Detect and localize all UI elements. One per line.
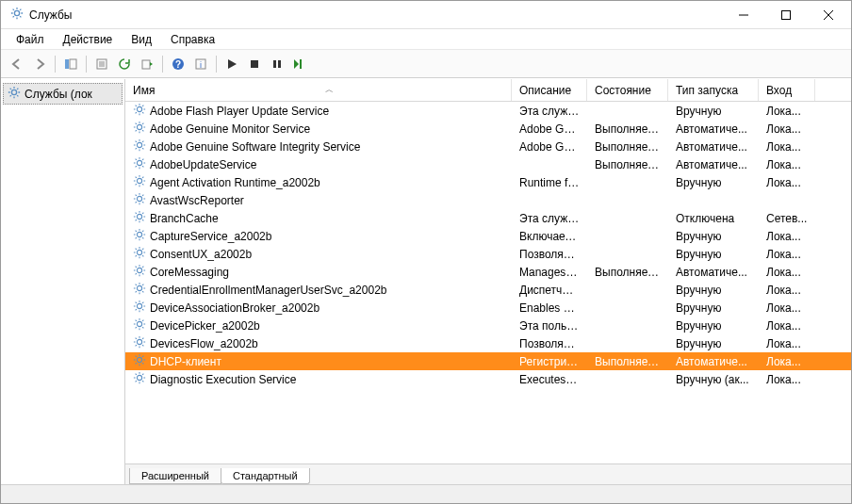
about-button[interactable]: i bbox=[190, 54, 211, 74]
restart-service-button[interactable] bbox=[289, 54, 310, 74]
gear-icon bbox=[133, 228, 146, 244]
service-logon: Лока... bbox=[759, 139, 815, 154]
service-description: Включает ... bbox=[512, 229, 587, 244]
service-startup: Автоматиче... bbox=[668, 157, 759, 172]
svg-point-24 bbox=[137, 160, 141, 165]
minimize-button[interactable] bbox=[722, 2, 764, 28]
svg-point-26 bbox=[137, 196, 141, 201]
properties-button[interactable] bbox=[91, 54, 112, 74]
forward-button[interactable] bbox=[29, 54, 50, 74]
refresh-button[interactable] bbox=[114, 54, 135, 74]
main-panel: Имя ︿ Описание Состояние Тип запуска Вхо… bbox=[125, 79, 851, 484]
svg-point-27 bbox=[137, 214, 141, 219]
service-row[interactable]: Diagnostic Execution ServiceExecutes di.… bbox=[125, 370, 851, 388]
service-row[interactable]: DevicesFlow_a2002bПозволяет...ВручнуюЛок… bbox=[125, 334, 851, 352]
service-row[interactable]: Agent Activation Runtime_a2002bRuntime f… bbox=[125, 173, 851, 191]
gear-icon bbox=[8, 86, 21, 102]
show-hide-tree-button[interactable] bbox=[60, 54, 81, 74]
svg-text:?: ? bbox=[175, 59, 181, 70]
service-startup: Автоматиче... bbox=[668, 265, 759, 280]
service-row[interactable]: AdobeUpdateServiceВыполняетсяАвтоматиче.… bbox=[125, 155, 851, 173]
service-startup: Вручную bbox=[668, 229, 759, 244]
gear-icon bbox=[133, 210, 146, 226]
service-state: Выполняется bbox=[587, 122, 668, 137]
menu-view[interactable]: Вид bbox=[123, 31, 159, 48]
back-button[interactable] bbox=[7, 54, 27, 74]
pause-service-button[interactable] bbox=[267, 54, 287, 74]
service-logon: Лока... bbox=[759, 283, 815, 298]
service-state bbox=[587, 307, 668, 309]
service-name: AvastWscReporter bbox=[150, 194, 244, 207]
service-startup: Вручную bbox=[668, 283, 759, 298]
service-description: Диспетчер... bbox=[512, 283, 587, 298]
tree-node-services-local[interactable]: Службы (лок bbox=[3, 83, 123, 105]
service-name: AdobeUpdateService bbox=[150, 158, 256, 171]
service-row[interactable]: AvastWscReporter bbox=[125, 191, 851, 209]
svg-point-22 bbox=[137, 124, 141, 129]
titlebar: Службы bbox=[1, 1, 851, 29]
service-row[interactable]: ConsentUX_a2002bПозволяет...ВручнуюЛока.… bbox=[125, 245, 851, 263]
service-state bbox=[587, 289, 668, 291]
export-button[interactable] bbox=[137, 54, 157, 74]
service-row[interactable]: DHCP-клиентРегистрир...ВыполняетсяАвтома… bbox=[125, 352, 851, 370]
stop-service-button[interactable] bbox=[244, 54, 265, 74]
app-icon bbox=[10, 7, 24, 23]
gear-icon bbox=[133, 192, 146, 208]
service-state: Выполняется bbox=[587, 265, 668, 280]
gear-icon bbox=[133, 103, 146, 119]
service-description: Adobe Gen... bbox=[512, 139, 587, 154]
tab-standard[interactable]: Стандартный bbox=[221, 468, 310, 484]
gear-icon bbox=[133, 156, 146, 172]
svg-point-23 bbox=[137, 142, 141, 147]
svg-rect-2 bbox=[781, 10, 790, 19]
close-button[interactable] bbox=[807, 2, 849, 28]
toolbar-separator bbox=[55, 56, 56, 73]
svg-rect-19 bbox=[300, 59, 302, 69]
service-name: DevicePicker_a2002b bbox=[150, 319, 260, 333]
svg-point-33 bbox=[137, 321, 141, 326]
service-row[interactable]: DeviceAssociationBroker_a2002bEnables ap… bbox=[125, 299, 851, 317]
service-state bbox=[587, 182, 668, 184]
start-service-button[interactable] bbox=[221, 54, 242, 74]
service-row[interactable]: CredentialEnrollmentManagerUserSvc_a2002… bbox=[125, 281, 851, 299]
service-startup: Вручную bbox=[668, 104, 759, 119]
service-row[interactable]: CoreMessagingManages c...ВыполняетсяАвто… bbox=[125, 263, 851, 281]
service-row[interactable]: CaptureService_a2002bВключает ...Вручную… bbox=[125, 227, 851, 245]
gear-icon bbox=[133, 246, 146, 262]
tab-extended[interactable]: Расширенный bbox=[129, 468, 221, 484]
svg-point-20 bbox=[11, 89, 16, 94]
svg-point-21 bbox=[137, 106, 141, 111]
gear-icon bbox=[133, 317, 146, 333]
column-header-startup[interactable]: Тип запуска bbox=[668, 79, 759, 101]
gear-icon bbox=[133, 282, 146, 298]
help-button[interactable]: ? bbox=[168, 54, 188, 74]
maximize-button[interactable] bbox=[764, 2, 807, 28]
svg-rect-11 bbox=[142, 60, 150, 69]
column-header-state[interactable]: Состояние bbox=[587, 79, 668, 101]
column-header-name[interactable]: Имя ︿ bbox=[125, 79, 512, 101]
service-logon: Сетев... bbox=[759, 211, 815, 226]
service-row[interactable]: DevicePicker_a2002bЭта польз...ВручнуюЛо… bbox=[125, 317, 851, 334]
svg-rect-5 bbox=[65, 59, 69, 69]
service-startup: Вручную bbox=[668, 301, 759, 316]
service-startup: Автоматиче... bbox=[668, 139, 759, 154]
menu-action[interactable]: Действие bbox=[56, 31, 121, 48]
toolbar-separator bbox=[162, 56, 163, 73]
column-header-logon[interactable]: Вход bbox=[759, 79, 815, 101]
column-header-description[interactable]: Описание bbox=[512, 79, 587, 101]
service-name: Adobe Genuine Software Integrity Service bbox=[150, 140, 360, 154]
menu-file[interactable]: Файл bbox=[8, 31, 52, 48]
service-row[interactable]: Adobe Genuine Monitor ServiceAdobe Gen..… bbox=[125, 120, 851, 138]
service-description bbox=[512, 164, 587, 166]
service-row[interactable]: Adobe Genuine Software Integrity Service… bbox=[125, 138, 851, 155]
service-startup: Вручную bbox=[668, 336, 759, 351]
sort-indicator-icon: ︿ bbox=[155, 84, 503, 96]
menu-help[interactable]: Справка bbox=[163, 31, 222, 48]
list-rows[interactable]: Adobe Flash Player Update ServiceЭта слу… bbox=[125, 102, 851, 463]
service-logon: Лока... bbox=[759, 122, 815, 137]
service-row[interactable]: BranchCacheЭта служб...ОтключенаСетев... bbox=[125, 209, 851, 227]
service-name: BranchCache bbox=[150, 212, 219, 225]
svg-rect-17 bbox=[273, 60, 276, 68]
svg-rect-18 bbox=[278, 60, 281, 68]
service-row[interactable]: Adobe Flash Player Update ServiceЭта слу… bbox=[125, 102, 851, 120]
